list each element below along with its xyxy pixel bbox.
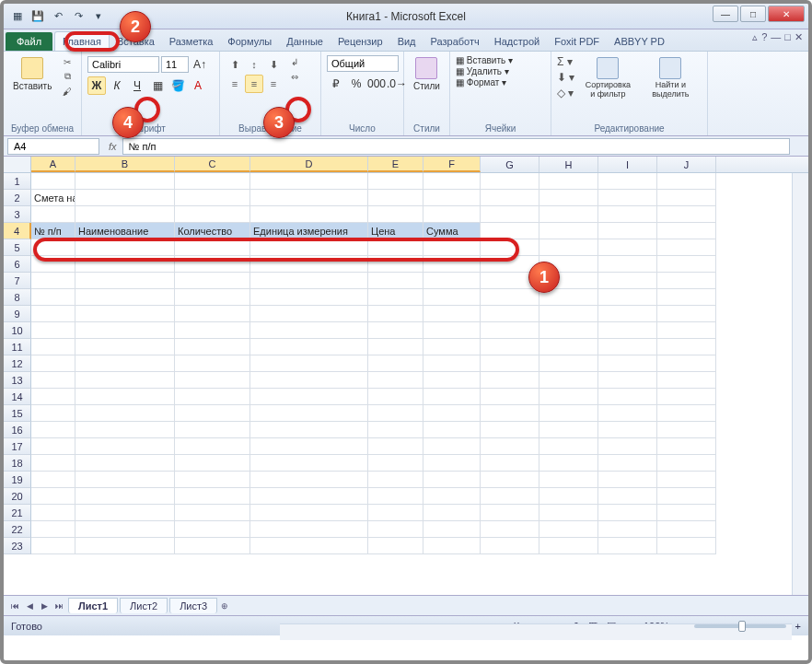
cell-C6[interactable] bbox=[175, 256, 250, 273]
sheet-nav-prev-icon[interactable]: ◀ bbox=[22, 599, 37, 613]
cell-J7[interactable] bbox=[657, 273, 716, 289]
bold-button[interactable]: Ж bbox=[87, 76, 106, 95]
row-header-14[interactable]: 14 bbox=[4, 389, 31, 405]
tab-layout[interactable]: Разметка bbox=[162, 32, 221, 51]
cell-E5[interactable] bbox=[368, 239, 423, 256]
close-button[interactable]: ✕ bbox=[768, 6, 805, 22]
cell-D5[interactable] bbox=[250, 239, 368, 256]
mdi-min-icon[interactable]: — bbox=[771, 31, 781, 43]
cell-C8[interactable] bbox=[175, 289, 250, 306]
cell-I20[interactable] bbox=[598, 488, 657, 505]
sort-filter-button[interactable]: Сортировка и фильтр bbox=[578, 55, 637, 101]
row-header-22[interactable]: 22 bbox=[4, 521, 31, 538]
cell-D17[interactable] bbox=[250, 438, 368, 455]
cell-E9[interactable] bbox=[368, 306, 423, 322]
cell-I9[interactable] bbox=[598, 306, 657, 322]
row-header-1[interactable]: 1 bbox=[4, 173, 31, 190]
cell-E2[interactable] bbox=[368, 190, 423, 206]
cell-B8[interactable] bbox=[75, 289, 175, 306]
insert-cells-button[interactable]: ▦ Вставить ▾ bbox=[456, 55, 513, 65]
cell-F12[interactable] bbox=[423, 355, 481, 372]
cell-C23[interactable] bbox=[175, 538, 250, 554]
underline-button[interactable]: Ч bbox=[128, 76, 146, 95]
cell-B20[interactable] bbox=[75, 488, 175, 505]
row-header-12[interactable]: 12 bbox=[4, 355, 31, 372]
row-header-2[interactable]: 2 bbox=[4, 190, 31, 206]
tab-addins[interactable]: Надстрой bbox=[487, 32, 547, 51]
zoom-slider[interactable] bbox=[694, 624, 786, 628]
cell-J17[interactable] bbox=[657, 438, 716, 455]
cell-C1[interactable] bbox=[175, 173, 250, 190]
cell-D8[interactable] bbox=[250, 289, 368, 306]
cell-A22[interactable] bbox=[31, 521, 75, 538]
cell-J11[interactable] bbox=[657, 339, 716, 355]
cell-E16[interactable] bbox=[368, 422, 423, 438]
cell-A12[interactable] bbox=[31, 355, 75, 372]
italic-button[interactable]: К bbox=[108, 76, 126, 95]
cell-I3[interactable] bbox=[598, 206, 657, 223]
column-header-J[interactable]: J bbox=[657, 157, 716, 172]
cell-F21[interactable] bbox=[423, 505, 481, 521]
row-header-10[interactable]: 10 bbox=[4, 322, 31, 339]
cell-J18[interactable] bbox=[657, 455, 716, 472]
cell-I7[interactable] bbox=[598, 273, 657, 289]
cell-G20[interactable] bbox=[481, 488, 539, 505]
cell-E21[interactable] bbox=[368, 505, 423, 521]
cell-A6[interactable] bbox=[31, 256, 75, 273]
file-tab[interactable]: Файл bbox=[6, 32, 52, 51]
cell-H16[interactable] bbox=[539, 422, 598, 438]
tab-data[interactable]: Данные bbox=[279, 32, 331, 51]
cell-G5[interactable] bbox=[481, 239, 539, 256]
row-header-18[interactable]: 18 bbox=[4, 455, 31, 472]
tab-foxit[interactable]: Foxit PDF bbox=[547, 32, 607, 51]
align-top-icon[interactable]: ⬆ bbox=[226, 55, 244, 74]
cell-D18[interactable] bbox=[250, 455, 368, 472]
cell-I10[interactable] bbox=[598, 322, 657, 339]
cell-I17[interactable] bbox=[598, 438, 657, 455]
cell-H17[interactable] bbox=[539, 438, 598, 455]
cell-F18[interactable] bbox=[423, 455, 481, 472]
cell-D9[interactable] bbox=[250, 306, 368, 322]
row-header-8[interactable]: 8 bbox=[4, 289, 31, 306]
cell-I19[interactable] bbox=[598, 472, 657, 488]
cell-F22[interactable] bbox=[423, 521, 481, 538]
sheet-tab-2[interactable]: Лист2 bbox=[120, 598, 168, 613]
cell-A18[interactable] bbox=[31, 455, 75, 472]
row-header-21[interactable]: 21 bbox=[4, 505, 31, 521]
cell-C15[interactable] bbox=[175, 405, 250, 422]
cell-J22[interactable] bbox=[657, 521, 716, 538]
cell-C21[interactable] bbox=[175, 505, 250, 521]
cell-D4[interactable]: Единица измерения bbox=[250, 223, 368, 239]
row-header-6[interactable]: 6 bbox=[4, 256, 31, 273]
sheet-nav-first-icon[interactable]: ⏮ bbox=[7, 599, 22, 613]
copy-icon[interactable]: ⧉ bbox=[59, 70, 75, 83]
cell-D23[interactable] bbox=[250, 538, 368, 554]
cell-C19[interactable] bbox=[175, 472, 250, 488]
row-header-13[interactable]: 13 bbox=[4, 372, 31, 389]
cell-H2[interactable] bbox=[539, 190, 598, 206]
cell-I22[interactable] bbox=[598, 521, 657, 538]
cell-B14[interactable] bbox=[75, 389, 175, 405]
cell-D11[interactable] bbox=[250, 339, 368, 355]
format-cells-button[interactable]: ▦ Формат ▾ bbox=[456, 77, 506, 87]
cell-I5[interactable] bbox=[598, 239, 657, 256]
cell-E1[interactable] bbox=[368, 173, 423, 190]
cell-C7[interactable] bbox=[175, 273, 250, 289]
new-sheet-icon[interactable]: ⊕ bbox=[217, 599, 232, 613]
row-header-7[interactable]: 7 bbox=[4, 273, 31, 289]
tab-formulas[interactable]: Формулы bbox=[220, 32, 279, 51]
cell-H11[interactable] bbox=[539, 339, 598, 355]
styles-button[interactable]: Стили bbox=[410, 55, 444, 93]
cell-E17[interactable] bbox=[368, 438, 423, 455]
autosum-icon[interactable]: Σ ▾ bbox=[557, 55, 574, 68]
cell-C3[interactable] bbox=[175, 206, 250, 223]
cell-D22[interactable] bbox=[250, 521, 368, 538]
cell-H9[interactable] bbox=[539, 306, 598, 322]
cell-A1[interactable] bbox=[31, 173, 75, 190]
cell-E8[interactable] bbox=[368, 289, 423, 306]
cell-I14[interactable] bbox=[598, 389, 657, 405]
cell-B3[interactable] bbox=[75, 206, 175, 223]
cell-H18[interactable] bbox=[539, 455, 598, 472]
cell-C14[interactable] bbox=[175, 389, 250, 405]
cell-F19[interactable] bbox=[423, 472, 481, 488]
